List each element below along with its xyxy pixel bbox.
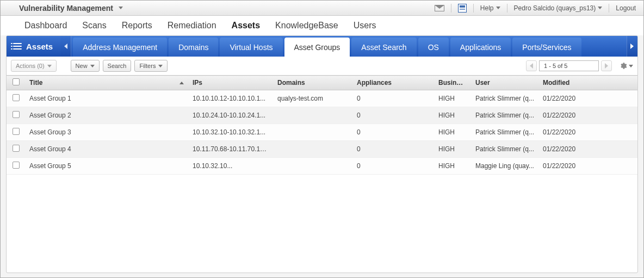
row-checkbox-cell[interactable] bbox=[7, 107, 25, 124]
mainnav-item-knowledgebase[interactable]: KnowledgeBase bbox=[275, 21, 338, 30]
cell: qualys-test.com bbox=[273, 90, 352, 107]
mainnav-item-dashboard[interactable]: Dashboard bbox=[24, 21, 67, 30]
chevron-down-icon bbox=[598, 7, 602, 9]
chevron-down-icon bbox=[496, 7, 500, 9]
reports-button[interactable] bbox=[456, 4, 469, 13]
mainnav-item-scans[interactable]: Scans bbox=[82, 21, 106, 30]
chevron-down-icon bbox=[90, 65, 95, 67]
table-settings[interactable] bbox=[620, 62, 633, 70]
subtab-applications[interactable]: Applications bbox=[450, 38, 511, 57]
gear-icon bbox=[620, 62, 627, 70]
table-row[interactable]: Asset Group 210.10.24.10-10.10.24.1...0H… bbox=[7, 107, 637, 124]
checkbox-icon bbox=[13, 78, 20, 85]
row-checkbox-cell[interactable] bbox=[7, 90, 25, 107]
asset-groups-table: Title IPs Domains Appliances Busines… Us… bbox=[7, 75, 637, 175]
pager-next[interactable] bbox=[601, 60, 612, 71]
toolbar: Actions (0) New Search Filters 1 - 5 of … bbox=[7, 57, 637, 75]
cell: Patrick Slimmer (q... bbox=[471, 107, 538, 124]
user-menu[interactable]: Pedro Salcido (quays_ps13) bbox=[512, 4, 605, 12]
chevron-right-icon bbox=[630, 44, 634, 49]
checkbox-icon[interactable] bbox=[13, 128, 20, 135]
cell: 0 bbox=[352, 141, 434, 158]
chevron-down-icon bbox=[47, 65, 52, 67]
pager-prev[interactable] bbox=[526, 60, 537, 71]
col-business-label: Busines… bbox=[438, 79, 470, 87]
app-selector[interactable]: Vulnerability Management bbox=[19, 4, 123, 13]
mainnav-item-users[interactable]: Users bbox=[354, 21, 376, 30]
col-title[interactable]: Title bbox=[25, 76, 188, 90]
cell: HIGH bbox=[434, 124, 471, 141]
divider bbox=[451, 4, 451, 13]
cell: Asset Group 1 bbox=[25, 90, 188, 107]
col-ips[interactable]: IPs bbox=[188, 76, 273, 90]
subtab-os[interactable]: OS bbox=[418, 38, 449, 57]
chevron-down-icon bbox=[119, 7, 123, 9]
cell: HIGH bbox=[434, 107, 471, 124]
cell bbox=[273, 124, 352, 141]
help-menu[interactable]: Help bbox=[478, 4, 503, 12]
filters-button[interactable]: Filters bbox=[134, 60, 168, 72]
checkbox-icon[interactable] bbox=[13, 145, 20, 152]
mail-button[interactable] bbox=[432, 5, 447, 11]
checkbox-icon[interactable] bbox=[13, 94, 20, 101]
sub-nav-tabs: Address ManagementDomainsVirtual HostsAs… bbox=[71, 36, 627, 57]
cell: HIGH bbox=[434, 141, 471, 158]
chevron-left-icon bbox=[64, 44, 67, 49]
search-button[interactable]: Search bbox=[103, 60, 132, 72]
cell bbox=[273, 158, 352, 175]
subtab-address-management[interactable]: Address Management bbox=[73, 38, 167, 57]
cell: Maggie Ling (quay... bbox=[471, 158, 538, 175]
mainnav-item-assets[interactable]: Assets bbox=[232, 21, 260, 30]
col-business[interactable]: Busines… bbox=[434, 76, 471, 90]
subtab-ports-services[interactable]: Ports/Services bbox=[512, 38, 581, 57]
checkbox-icon[interactable] bbox=[13, 111, 20, 118]
col-title-label: Title bbox=[29, 79, 42, 87]
subtab-virtual-hosts[interactable]: Virtual Hosts bbox=[220, 38, 282, 57]
cell: 0 bbox=[352, 90, 434, 107]
row-checkbox-cell[interactable] bbox=[7, 158, 25, 175]
pager-text: 1 - 5 of 5 bbox=[544, 63, 567, 69]
col-user-label: User bbox=[475, 79, 490, 87]
sort-asc-icon bbox=[179, 82, 184, 84]
row-checkbox-cell[interactable] bbox=[7, 124, 25, 141]
pager: 1 - 5 of 5 bbox=[526, 60, 633, 71]
table-row[interactable]: Asset Group 510.10.32.10...0HIGHMaggie L… bbox=[7, 158, 637, 175]
sub-nav-title: Assets bbox=[7, 36, 60, 57]
cell: Asset Group 5 bbox=[25, 158, 188, 175]
subtab-asset-groups[interactable]: Asset Groups bbox=[284, 38, 350, 57]
new-button[interactable]: New bbox=[71, 60, 100, 72]
col-modified-label: Modified bbox=[543, 79, 569, 87]
filters-label: Filters bbox=[139, 63, 156, 69]
mainnav-item-reports[interactable]: Reports bbox=[122, 21, 152, 30]
cell: Patrick Slimmer (q... bbox=[471, 124, 538, 141]
col-domains[interactable]: Domains bbox=[273, 76, 352, 90]
table-row[interactable]: Asset Group 410.11.70.68-10.11.70.10...0… bbox=[7, 141, 637, 158]
actions-button[interactable]: Actions (0) bbox=[11, 60, 57, 72]
divider bbox=[473, 4, 474, 13]
checkbox-icon[interactable] bbox=[13, 162, 20, 169]
subnav-scroll-right[interactable] bbox=[627, 36, 637, 57]
col-domains-label: Domains bbox=[277, 79, 305, 87]
select-all-header[interactable] bbox=[7, 76, 25, 90]
row-checkbox-cell[interactable] bbox=[7, 141, 25, 158]
col-user[interactable]: User bbox=[471, 76, 538, 90]
cell: Asset Group 3 bbox=[25, 124, 188, 141]
search-label: Search bbox=[108, 63, 127, 69]
mainnav-item-remediation[interactable]: Remediation bbox=[168, 21, 216, 30]
app-window: Vulnerability Management Help Pedro Salc… bbox=[0, 0, 644, 278]
subtab-domains[interactable]: Domains bbox=[169, 38, 218, 57]
logout-link[interactable]: Logout bbox=[614, 4, 638, 12]
cell: 01/22/2020 bbox=[538, 158, 637, 175]
col-modified[interactable]: Modified bbox=[538, 76, 637, 90]
table-row[interactable]: Asset Group 310.10.32.10-10.10.32.1...0H… bbox=[7, 124, 637, 141]
cell: 01/22/2020 bbox=[538, 141, 637, 158]
cell: 0 bbox=[352, 107, 434, 124]
subtab-asset-search[interactable]: Asset Search bbox=[351, 38, 416, 57]
sub-nav: Assets Address ManagementDomainsVirtual … bbox=[7, 36, 637, 57]
subnav-scroll-left[interactable] bbox=[60, 36, 71, 57]
report-icon bbox=[458, 4, 467, 13]
col-appliances[interactable]: Appliances bbox=[352, 76, 434, 90]
pager-indicator: 1 - 5 of 5 bbox=[539, 60, 599, 71]
table-row[interactable]: Asset Group 110.10.10.12-10.10.10.1...qu… bbox=[7, 90, 637, 107]
cell: 01/22/2020 bbox=[538, 107, 637, 124]
